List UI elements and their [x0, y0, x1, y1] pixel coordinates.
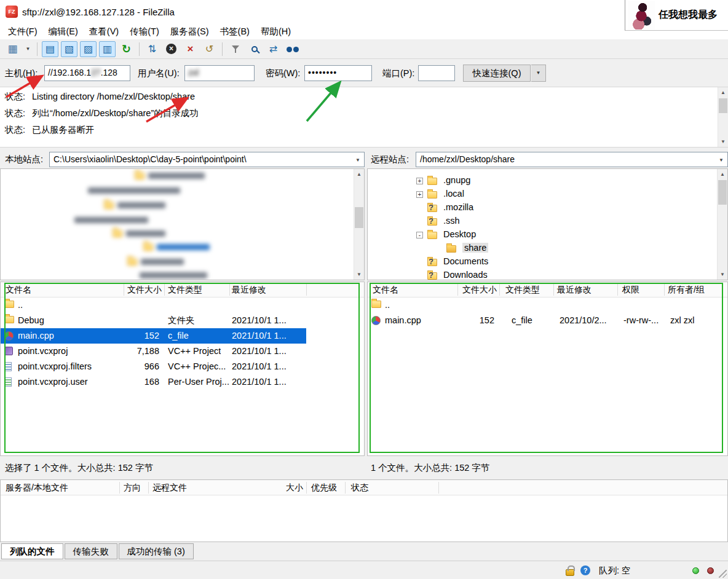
- site-bars: 本地站点: C:\Users\xiaolin\Desktop\C\day-5-p…: [0, 151, 728, 168]
- help-icon[interactable]: [580, 565, 590, 575]
- process-queue-button[interactable]: ⇅: [144, 41, 160, 57]
- file-row-main-cpp[interactable]: main.cpp 152 c_file 2021/10/1 1...: [1, 328, 306, 344]
- scroll-up-icon[interactable]: [718, 169, 727, 179]
- header-remote-file[interactable]: 远程文件: [152, 480, 187, 495]
- directory-comparison-button[interactable]: [246, 41, 263, 57]
- remote-site-combo[interactable]: /home/zxl/Desktop/share: [416, 152, 728, 167]
- tree-item-gnupg[interactable]: + .gnupg: [368, 175, 727, 187]
- quickconnect-bar: 主机(H): //192.168.127.128 用户名(U): zxl 密码(…: [0, 59, 728, 87]
- toggle-remote-tree-button[interactable]: ▨: [80, 41, 97, 57]
- scroll-down-icon[interactable]: [718, 269, 727, 280]
- header-modified[interactable]: 最近修改: [557, 282, 592, 297]
- tree-item-desktop[interactable]: - Desktop: [368, 229, 727, 242]
- file-row-vcxproj-user[interactable]: point.vcxproj.user 168 Per-User Proj... …: [1, 374, 364, 390]
- unknown-dir-icon: ?: [429, 203, 433, 212]
- file-row-main-cpp[interactable]: main.cpp 152 c_file 2021/10/2... -rw-rw-…: [368, 313, 727, 328]
- quickconnect-button[interactable]: 快速连接(Q): [463, 65, 531, 82]
- menu-bookmarks[interactable]: 书签(B): [215, 23, 255, 40]
- local-list-status: 选择了 1 个文件。大小总共: 152 字节: [5, 456, 153, 479]
- header-modified[interactable]: 最近修改: [232, 282, 266, 297]
- scroll-down-icon[interactable]: [718, 136, 728, 147]
- site-manager-dropdown[interactable]: ▼: [23, 41, 33, 57]
- port-input[interactable]: [418, 65, 455, 81]
- disconnect-icon: ×: [188, 43, 194, 55]
- site-manager-button[interactable]: ▦: [4, 41, 21, 57]
- password-input[interactable]: ••••••••: [304, 65, 372, 81]
- remote-tree-toggle-icon: ▨: [84, 43, 93, 55]
- green-indicator-icon: [692, 567, 699, 574]
- filter-button[interactable]: [227, 41, 243, 57]
- menu-help[interactable]: 帮助(H): [255, 23, 296, 40]
- file-row-parent[interactable]: ..: [368, 297, 727, 313]
- find-files-button[interactable]: [284, 41, 301, 57]
- log-scrollbar[interactable]: [718, 87, 728, 147]
- username-input[interactable]: zxl: [184, 65, 255, 81]
- cpp-file-icon: [371, 316, 381, 325]
- folder-icon: [371, 301, 381, 308]
- window-title: sftp://zxl@192.168.127.128 - FileZilla: [22, 7, 175, 17]
- tree-item-downloads[interactable]: ? Downloads: [368, 270, 727, 280]
- expander-icon[interactable]: +: [416, 191, 423, 198]
- toolbar-separator: [139, 42, 140, 56]
- lock-icon[interactable]: [566, 569, 574, 576]
- cancel-button[interactable]: ×: [163, 41, 180, 57]
- reconnect-button[interactable]: ↺: [201, 41, 218, 57]
- menu-transfer[interactable]: 传输(T): [124, 23, 165, 40]
- header-size[interactable]: 大小: [265, 480, 303, 495]
- menu-server[interactable]: 服务器(S): [165, 23, 215, 40]
- file-row-debug[interactable]: Debug 文件夹 2021/10/1 1...: [1, 313, 364, 328]
- local-tree-redacted[interactable]: [1, 169, 354, 280]
- header-priority[interactable]: 优先级: [311, 480, 337, 495]
- scrollbar-thumb[interactable]: [355, 207, 363, 228]
- tab-failed-transfers[interactable]: 传输失败: [65, 543, 117, 559]
- compare-icon: [251, 46, 258, 52]
- tree-item-mozilla[interactable]: ? .mozilla: [368, 202, 727, 215]
- quickconnect-dropdown[interactable]: ▼: [531, 65, 546, 82]
- overlapping-window[interactable]: 任我想我最多: [625, 0, 728, 31]
- header-filetype[interactable]: 文件类型: [505, 282, 540, 297]
- header-filetype[interactable]: 文件类型: [168, 282, 202, 297]
- scrollbar-thumb[interactable]: [719, 98, 727, 113]
- disconnect-button[interactable]: ×: [182, 41, 199, 57]
- toggle-local-tree-button[interactable]: ▧: [61, 41, 77, 57]
- scroll-up-icon[interactable]: [718, 87, 728, 98]
- tree-item-share[interactable]: share: [368, 243, 727, 255]
- header-server-local-file[interactable]: 服务器/本地文件: [6, 480, 68, 495]
- header-filesize[interactable]: 文件大小: [460, 282, 497, 297]
- header-filename[interactable]: 文件名: [373, 282, 398, 297]
- file-row-vcxproj-filters[interactable]: point.vcxproj.filters 966 VC++ Projec...…: [1, 359, 364, 374]
- remote-tree-scrollbar[interactable]: [717, 169, 727, 280]
- header-direction[interactable]: 方向: [124, 480, 141, 495]
- local-site-combo[interactable]: C:\Users\xiaolin\Desktop\C\day-5-point\p…: [49, 152, 365, 167]
- toolbar-separator: [222, 42, 223, 56]
- header-permissions[interactable]: 权限: [622, 282, 639, 297]
- menu-view[interactable]: 查看(V): [84, 23, 124, 40]
- local-tree-scrollbar[interactable]: [354, 169, 364, 280]
- expander-icon[interactable]: -: [416, 232, 423, 238]
- header-filesize[interactable]: 文件大小: [124, 282, 162, 297]
- refresh-button[interactable]: ↻: [118, 41, 135, 57]
- header-filename[interactable]: 文件名: [6, 282, 31, 297]
- titlebar: FZ sftp://zxl@192.168.127.128 - FileZill…: [0, 0, 728, 23]
- menu-edit[interactable]: 编辑(E): [43, 23, 84, 40]
- scroll-down-icon[interactable]: [354, 269, 364, 280]
- remote-file-list: 文件名 文件大小 文件类型 最近修改 权限 所有者/组 .. main.cpp …: [367, 282, 728, 456]
- host-input[interactable]: //192.168.127.128: [44, 65, 130, 81]
- tab-queued-files[interactable]: 列队的文件: [1, 543, 63, 559]
- tab-successful-transfers[interactable]: 成功的传输 (3): [119, 543, 194, 559]
- header-owner[interactable]: 所有者/组: [668, 282, 705, 297]
- synchronized-browsing-button[interactable]: ⇄: [265, 41, 282, 57]
- resize-grip[interactable]: [719, 570, 727, 578]
- header-status[interactable]: 状态: [351, 480, 368, 495]
- menu-file[interactable]: 文件(F): [2, 23, 43, 40]
- scrollbar-thumb[interactable]: [718, 180, 727, 205]
- tree-item-documents[interactable]: ? Documents: [368, 256, 727, 269]
- tree-item-ssh[interactable]: ? .ssh: [368, 216, 727, 228]
- expander-icon[interactable]: +: [416, 178, 423, 184]
- file-row-vcxproj[interactable]: point.vcxproj 7,188 VC++ Project 2021/10…: [1, 344, 364, 359]
- file-row-parent[interactable]: ..: [1, 297, 364, 313]
- scroll-up-icon[interactable]: [354, 169, 364, 179]
- toggle-queue-button[interactable]: ▥: [99, 41, 116, 57]
- tree-item-local[interactable]: + .local: [368, 189, 727, 201]
- toggle-message-log-button[interactable]: ▤: [42, 41, 58, 57]
